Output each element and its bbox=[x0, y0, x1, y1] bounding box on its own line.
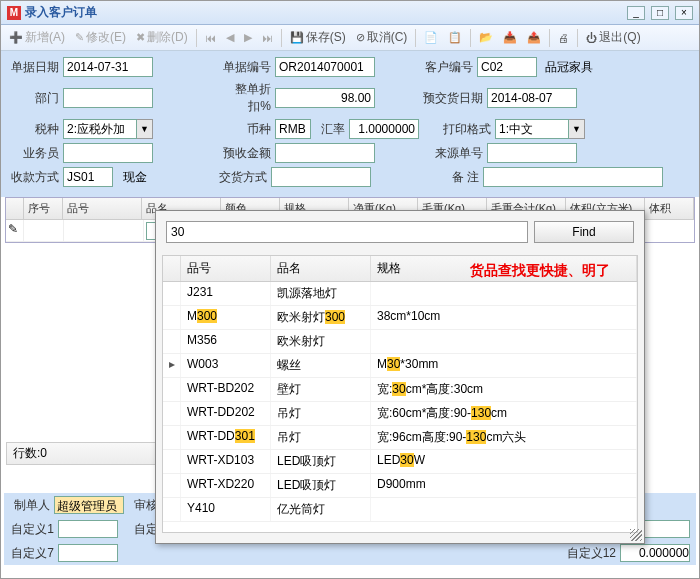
search-result-row[interactable]: WRT-XD103 LED吸顶灯 LED30W bbox=[163, 450, 637, 474]
search-result-row[interactable]: WRT-DD301 吊灯 宽:96cm高度:90-130cm六头 bbox=[163, 426, 637, 450]
currency-label: 币种 bbox=[221, 121, 271, 138]
dept-input[interactable] bbox=[63, 88, 153, 108]
maximize-button[interactable]: □ bbox=[651, 6, 669, 20]
date-input[interactable] bbox=[63, 57, 153, 77]
srcdoc-input[interactable] bbox=[487, 143, 577, 163]
dept-label: 部门 bbox=[9, 90, 59, 107]
rate-label: 汇率 bbox=[315, 121, 345, 138]
audit-label: 审核 bbox=[128, 497, 158, 514]
docno-label: 单据编号 bbox=[221, 59, 271, 76]
printfmt-select[interactable] bbox=[495, 119, 569, 139]
payment-input[interactable] bbox=[63, 167, 113, 187]
search-input[interactable] bbox=[166, 221, 528, 243]
row-pointer-icon bbox=[163, 450, 181, 473]
find-button[interactable]: Find bbox=[534, 221, 634, 243]
delivery-label: 预交货日期 bbox=[423, 90, 483, 107]
discount-input[interactable] bbox=[275, 88, 375, 108]
maker-label: 制单人 bbox=[10, 497, 50, 514]
nav-last-button[interactable]: ⏭ bbox=[258, 30, 277, 46]
row-pointer-icon bbox=[163, 282, 181, 305]
tool-icon-3[interactable]: 📂 bbox=[475, 29, 497, 46]
delete-button[interactable]: ✖删除(D) bbox=[132, 27, 192, 48]
close-button[interactable]: × bbox=[675, 6, 693, 20]
tool-icon-4[interactable]: 📥 bbox=[499, 29, 521, 46]
window-title: 录入客户订单 bbox=[25, 4, 627, 21]
custom12-input[interactable] bbox=[620, 544, 690, 562]
docno-input[interactable] bbox=[275, 57, 375, 77]
custno-input[interactable] bbox=[477, 57, 537, 77]
row-indicator-icon: ✎ bbox=[6, 220, 24, 242]
sales-input[interactable] bbox=[63, 143, 153, 163]
form-area: 单据日期 单据编号 客户编号 品冠家具 部门 整单折扣% 预交货日期 税种 ▼ … bbox=[1, 51, 699, 197]
rate-input[interactable] bbox=[349, 119, 419, 139]
prepay-label: 预收金额 bbox=[221, 145, 271, 162]
grid-col: 体积 bbox=[645, 198, 694, 219]
printfmt-label: 打印格式 bbox=[431, 121, 491, 138]
search-result-row[interactable]: J231 凯源落地灯 bbox=[163, 282, 637, 306]
maker-value: 超级管理员 bbox=[54, 496, 124, 514]
search-result-grid: 品号 品名 规格 J231 凯源落地灯 M300 欧米射灯300 38cm*10… bbox=[162, 255, 638, 533]
row-pointer-icon bbox=[163, 378, 181, 401]
delivery-input[interactable] bbox=[487, 88, 577, 108]
tool-icon-1[interactable]: 📄 bbox=[420, 29, 442, 46]
rowcount-bar: 行数:0 bbox=[6, 442, 156, 465]
remark-input[interactable] bbox=[483, 167, 663, 187]
row-pointer-icon bbox=[163, 426, 181, 449]
sales-label: 业务员 bbox=[9, 145, 59, 162]
discount-label: 整单折扣% bbox=[221, 81, 271, 115]
chevron-down-icon[interactable]: ▼ bbox=[137, 119, 153, 139]
currency-input[interactable] bbox=[275, 119, 311, 139]
nav-next-button[interactable]: ▶ bbox=[240, 29, 256, 46]
chevron-down-icon[interactable]: ▼ bbox=[569, 119, 585, 139]
row-pointer-icon bbox=[163, 498, 181, 521]
payment-name-text: 现金 bbox=[117, 169, 213, 186]
custom1-input[interactable] bbox=[58, 520, 118, 538]
grid-col: 序号 bbox=[24, 198, 63, 219]
row-pointer-icon bbox=[163, 474, 181, 497]
search-result-row[interactable]: M356 欧米射灯 bbox=[163, 330, 637, 354]
shipment-input[interactable] bbox=[271, 167, 371, 187]
shipment-label: 交货方式 bbox=[217, 169, 267, 186]
row-pointer-icon bbox=[163, 402, 181, 425]
tax-label: 税种 bbox=[9, 121, 59, 138]
srcdoc-label: 来源单号 bbox=[423, 145, 483, 162]
tool-icon-5[interactable]: 📤 bbox=[523, 29, 545, 46]
grid-col: 品号 bbox=[63, 198, 142, 219]
edit-button[interactable]: ✎修改(E) bbox=[71, 27, 130, 48]
search-result-row[interactable]: WRT-BD202 壁灯 宽:30cm*高度:30cm bbox=[163, 378, 637, 402]
custname-text: 品冠家具 bbox=[545, 59, 593, 76]
search-result-row[interactable]: ▸ W003 螺丝 M30*30mm bbox=[163, 354, 637, 378]
search-result-row[interactable]: M300 欧米射灯300 38cm*10cm bbox=[163, 306, 637, 330]
row-pointer-icon: ▸ bbox=[163, 354, 181, 377]
custno-label: 客户编号 bbox=[423, 59, 473, 76]
col-name: 品名 bbox=[271, 256, 371, 281]
tool-icon-6[interactable]: 🖨 bbox=[554, 30, 573, 46]
date-label: 单据日期 bbox=[9, 59, 59, 76]
payment-label: 收款方式 bbox=[9, 169, 59, 186]
cancel-button[interactable]: ⊘取消(C) bbox=[352, 27, 412, 48]
row-pointer-icon bbox=[163, 330, 181, 353]
product-search-popup: Find 品号 品名 规格 J231 凯源落地灯 M300 欧米射灯300 38… bbox=[155, 210, 645, 544]
tax-select[interactable] bbox=[63, 119, 137, 139]
titlebar: M 录入客户订单 _ □ × bbox=[1, 1, 699, 25]
annotation-text: 货品查找更快捷、明了 bbox=[470, 262, 610, 280]
toolbar: ➕新增(A) ✎修改(E) ✖删除(D) ⏮ ◀ ▶ ⏭ 💾保存(S) ⊘取消(… bbox=[1, 25, 699, 51]
new-button[interactable]: ➕新增(A) bbox=[5, 27, 69, 48]
exit-button[interactable]: ⏻退出(Q) bbox=[582, 27, 644, 48]
resize-grip-icon[interactable] bbox=[630, 529, 642, 541]
search-result-row[interactable]: WRT-DD202 吊灯 宽:60cm*高度:90-130cm bbox=[163, 402, 637, 426]
footer-custom-row-2: 自定义7 自定义12 bbox=[4, 541, 696, 565]
custom7-input[interactable] bbox=[58, 544, 118, 562]
nav-first-button[interactable]: ⏮ bbox=[201, 30, 220, 46]
minimize-button[interactable]: _ bbox=[627, 6, 645, 20]
tool-icon-2[interactable]: 📋 bbox=[444, 29, 466, 46]
row-pointer-icon bbox=[163, 306, 181, 329]
prepay-input[interactable] bbox=[275, 143, 375, 163]
col-code: 品号 bbox=[181, 256, 271, 281]
search-result-row[interactable]: Y410 亿光筒灯 bbox=[163, 498, 637, 522]
app-logo-icon: M bbox=[7, 6, 21, 20]
remark-label: 备 注 bbox=[419, 169, 479, 186]
nav-prev-button[interactable]: ◀ bbox=[222, 29, 238, 46]
save-button[interactable]: 💾保存(S) bbox=[286, 27, 350, 48]
search-result-row[interactable]: WRT-XD220 LED吸顶灯 D900mm bbox=[163, 474, 637, 498]
